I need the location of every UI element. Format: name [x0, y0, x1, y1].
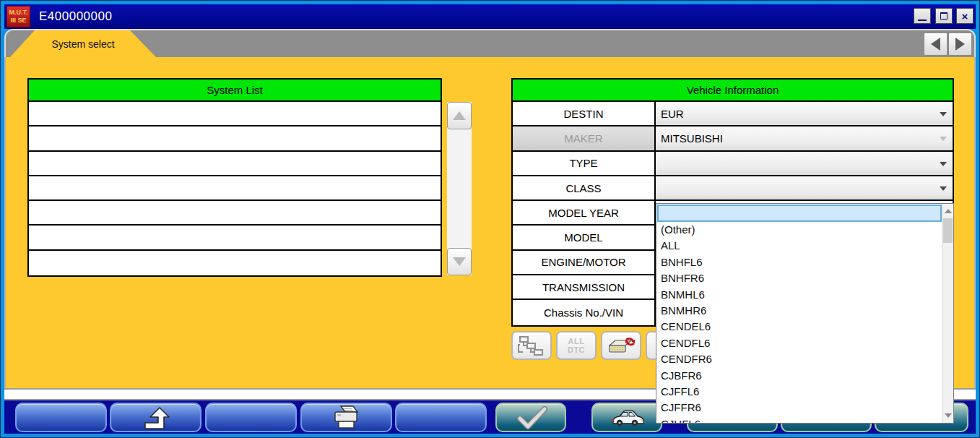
dropdown-option[interactable]: CJBFR6	[656, 368, 942, 384]
system-list-rows	[29, 102, 441, 275]
vehicle-info-row: DESTIN EUR	[513, 102, 953, 126]
chevron-down-icon	[940, 186, 947, 191]
vci-refresh-button[interactable]	[601, 331, 641, 360]
toolbar-button-3[interactable]	[205, 403, 297, 432]
scroll-down-button[interactable]	[447, 248, 472, 275]
field-dropdown[interactable]: MITSUBISHI	[656, 126, 953, 150]
scroll-down-icon	[453, 257, 466, 266]
dropdown-option[interactable]: CJHFL6	[656, 416, 942, 423]
dropdown-option[interactable]: CENDFL6	[656, 335, 942, 351]
system-list-row[interactable]	[29, 152, 441, 176]
dropdown-scrollbar[interactable]	[942, 204, 953, 423]
logo-line-1: M.U.T.	[7, 9, 30, 17]
vehicle-info-row: MAKER MITSUBISHI	[513, 126, 953, 151]
field-dropdown[interactable]	[656, 152, 953, 175]
chevron-down-icon	[945, 413, 952, 418]
field-label: TRANSMISSION	[513, 275, 656, 299]
tab-system-select[interactable]: System select	[10, 30, 156, 57]
chevron-right-icon	[955, 38, 965, 51]
field-dropdown[interactable]: EUR	[656, 102, 953, 125]
system-list-row[interactable]	[29, 251, 441, 275]
chevron-down-icon	[940, 137, 947, 141]
field-label: TYPE	[513, 152, 656, 175]
toolbar-button-1[interactable]	[15, 403, 107, 432]
model-year-option-list: (Other)ALLBNHFL6BNHFR6BNMHL6BNMHR6CENDEL…	[656, 222, 942, 423]
field-label: MODEL YEAR	[513, 201, 656, 224]
title-bar: M.U.T. III SE E400000000 ×	[4, 4, 976, 29]
scroll-up-button[interactable]	[447, 102, 472, 129]
dropdown-option[interactable]: CENDFR6	[656, 351, 942, 367]
tab-scroll-left-button[interactable]	[924, 33, 948, 56]
field-label: MAKER	[513, 126, 656, 150]
all-dtc-button[interactable]: ALL DTC	[556, 331, 597, 360]
all-dtc-label: ALL DTC	[568, 337, 585, 354]
dropdown-scroll-thumb[interactable]	[943, 218, 953, 243]
field-value: EUR	[661, 108, 684, 120]
confirm-button[interactable]	[495, 403, 566, 432]
tab-scroll-right-button[interactable]	[948, 33, 972, 56]
close-button[interactable]: ×	[956, 8, 974, 24]
dropdown-option[interactable]: BNHFL6	[656, 254, 942, 270]
dropdown-scroll-down-button[interactable]	[942, 409, 953, 422]
system-list-scrollbar[interactable]	[447, 102, 472, 275]
dropdown-option[interactable]: CENDEL6	[656, 319, 942, 335]
system-list-table: System List	[27, 78, 442, 277]
back-button[interactable]	[110, 403, 201, 432]
app-window: M.U.T. III SE E400000000 × System select…	[0, 0, 980, 438]
print-button[interactable]	[300, 403, 392, 432]
model-year-combo-field[interactable]	[657, 205, 942, 222]
field-dropdown[interactable]	[656, 176, 953, 199]
system-list-row[interactable]	[29, 126, 441, 151]
field-label: Chassis No./VIN	[513, 300, 656, 325]
close-icon: ×	[962, 11, 968, 22]
dropdown-option[interactable]: CJFFL6	[656, 384, 942, 400]
system-tree-icon	[518, 335, 545, 356]
vehicle-info-row: CLASS	[513, 176, 953, 201]
chevron-up-icon	[945, 209, 952, 213]
system-tree-button[interactable]	[511, 331, 552, 360]
tab-bar: System select	[4, 29, 976, 57]
system-list-row[interactable]	[29, 201, 441, 226]
scroll-up-icon	[453, 111, 466, 120]
chevron-down-icon	[940, 112, 947, 116]
field-label: ENGINE/MOTOR	[513, 251, 656, 274]
chevron-left-icon	[931, 38, 940, 51]
field-value: MITSUBISHI	[661, 132, 723, 145]
dropdown-scroll-up-button[interactable]	[942, 205, 953, 218]
maximize-icon	[940, 12, 948, 20]
back-arrow-icon	[140, 406, 172, 429]
dropdown-option[interactable]: BNMHL6	[656, 287, 942, 303]
window-title: E400000000	[39, 9, 112, 24]
option-list-items: (Other)ALLBNHFL6BNHFR6BNMHL6BNMHR6CENDEL…	[656, 222, 942, 423]
minimize-button[interactable]	[914, 8, 931, 24]
system-list-row[interactable]	[29, 102, 441, 126]
minimize-icon	[918, 11, 927, 21]
system-list-row[interactable]	[29, 176, 441, 201]
dropdown-option[interactable]: ALL	[656, 238, 942, 254]
maximize-button[interactable]	[935, 8, 953, 24]
field-label: MODEL	[513, 226, 656, 249]
chevron-down-icon	[940, 162, 947, 166]
vci-refresh-icon	[607, 334, 636, 357]
toolbar-button-5[interactable]	[395, 403, 487, 432]
field-label: CLASS	[513, 176, 656, 199]
system-list-header: System List	[29, 80, 441, 102]
dropdown-option[interactable]: CJFFR6	[656, 400, 942, 416]
printer-icon	[331, 405, 362, 431]
vehicle-select-button[interactable]	[591, 403, 662, 432]
car-icon	[610, 408, 643, 427]
vehicle-info-header: Vehicle Information	[513, 80, 953, 102]
model-year-dropdown: (Other)ALLBNHFL6BNHFR6BNMHL6BNMHR6CENDEL…	[656, 203, 954, 424]
dropdown-option[interactable]: (Other)	[656, 222, 942, 238]
dropdown-option[interactable]: BNMHR6	[656, 303, 942, 319]
logo-line-2: III SE	[7, 17, 30, 25]
check-icon	[510, 405, 552, 430]
field-label: DESTIN	[513, 102, 656, 125]
system-list-row[interactable]	[29, 226, 441, 250]
vehicle-info-row: TYPE	[513, 152, 953, 176]
dropdown-option[interactable]: BNHFR6	[656, 270, 942, 286]
tab-label: System select	[51, 38, 114, 50]
mut3-logo-icon: M.U.T. III SE	[6, 6, 30, 27]
